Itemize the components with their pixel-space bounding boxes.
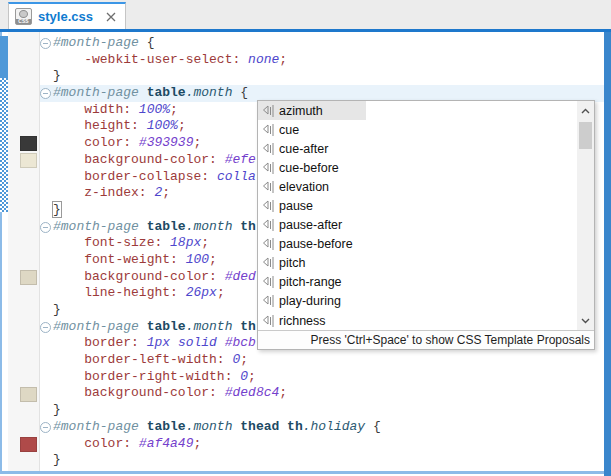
popup-scrollbar[interactable]: [577, 101, 594, 330]
proposal-item[interactable]: pitch: [258, 254, 594, 273]
range-indicator-solid: [0, 36, 8, 78]
code-token: [131, 436, 139, 451]
speaker-icon: [261, 104, 276, 118]
fold-collapse-icon[interactable]: [40, 88, 51, 99]
code-token: {: [240, 85, 248, 100]
proposal-item[interactable]: pitch-range: [258, 273, 594, 292]
code-token: [53, 152, 84, 167]
code-line[interactable]: }: [40, 452, 604, 469]
code-token: table: [147, 219, 186, 234]
code-token: [53, 285, 84, 300]
code-token: :: [209, 152, 217, 167]
code-token: ;: [248, 369, 256, 384]
scrollbar-thumb[interactable]: [579, 122, 592, 149]
tab-style-css[interactable]: CSS style.css: [8, 2, 126, 29]
code-token: ;: [209, 252, 217, 267]
proposal-label: pause-after: [279, 218, 342, 232]
code-token: ;: [193, 135, 201, 150]
close-icon[interactable]: [105, 11, 117, 23]
code-token: :: [170, 252, 178, 267]
code-token: [53, 269, 84, 284]
scroll-down-button[interactable]: [577, 313, 594, 328]
code-token: [53, 436, 84, 451]
scroll-up-button[interactable]: [577, 103, 594, 118]
code-line[interactable]: border-left-width: 0;: [40, 352, 604, 369]
code-token: border-right-width: [84, 369, 224, 384]
code-token: #month-page: [53, 319, 139, 334]
code-token: table: [147, 85, 186, 100]
code-token: #af4a49: [139, 436, 194, 451]
speaker-icon: [261, 199, 276, 213]
code-token: }: [53, 68, 61, 83]
proposal-item[interactable]: pause: [258, 196, 594, 215]
code-line[interactable]: }: [40, 402, 604, 419]
code-token: colla: [217, 169, 256, 184]
code-token: {: [147, 35, 155, 50]
code-token: [170, 335, 178, 350]
proposal-label: azimuth: [279, 104, 323, 118]
proposal-item[interactable]: play-during: [258, 292, 594, 311]
code-token: .month: [186, 85, 233, 100]
code-token: :: [201, 169, 209, 184]
proposal-item[interactable]: pause-after: [258, 216, 594, 235]
code-token: [53, 335, 84, 350]
code-line[interactable]: border-right-width: 0;: [40, 369, 604, 386]
code-token: [53, 135, 84, 150]
code-line[interactable]: #month-page {: [40, 35, 604, 52]
code-line[interactable]: }: [40, 68, 604, 85]
code-line[interactable]: color: #af4a49;: [40, 436, 604, 453]
window-right-accent: [604, 32, 611, 476]
proposal-item[interactable]: cue: [258, 120, 594, 139]
code-token: #ded: [225, 269, 256, 284]
code-token: background-color: [84, 385, 209, 400]
fold-collapse-icon[interactable]: [40, 38, 51, 49]
fold-collapse-icon[interactable]: [40, 322, 51, 333]
proposal-item[interactable]: elevation: [258, 177, 594, 196]
popup-statusbar: Press 'Ctrl+Space' to show CSS Template …: [258, 330, 594, 349]
proposal-label: play-during: [279, 294, 341, 308]
proposal-label: cue: [279, 123, 299, 137]
code-line[interactable]: #month-page table.month thead th.holiday…: [40, 419, 604, 436]
code-token: ;: [170, 102, 178, 117]
proposal-item[interactable]: cue-before: [258, 158, 594, 177]
code-token: [139, 118, 147, 133]
code-token: [365, 419, 373, 434]
code-line[interactable]: background-color: #ded8c4;: [40, 385, 604, 402]
code-token: [279, 419, 287, 434]
code-token: :: [217, 352, 225, 367]
code-token: [209, 169, 217, 184]
code-token: #month-page: [53, 35, 139, 50]
proposal-item[interactable]: richness: [258, 311, 594, 330]
code-token: solid: [178, 335, 217, 350]
code-token: 0: [240, 369, 248, 384]
code-line[interactable]: -webkit-user-select: none;: [40, 52, 604, 69]
code-token: .month: [186, 419, 233, 434]
tab-bar: CSS style.css: [0, 0, 611, 32]
speaker-icon: [261, 218, 276, 232]
code-token: [217, 152, 225, 167]
code-token: [53, 252, 84, 267]
proposal-label: elevation: [279, 180, 329, 194]
fold-collapse-icon[interactable]: [40, 222, 51, 233]
code-token: [178, 252, 186, 267]
code-token: [139, 419, 147, 434]
code-token: width: [84, 102, 123, 117]
code-token: height: [84, 118, 131, 133]
code-token: 100%: [139, 102, 170, 117]
code-token: table: [147, 319, 186, 334]
fold-collapse-icon[interactable]: [40, 422, 51, 433]
code-token: background-color: [84, 152, 209, 167]
code-token: none: [248, 52, 279, 67]
code-token: #month-page: [53, 219, 139, 234]
proposal-item[interactable]: azimuth: [258, 101, 594, 120]
css-file-icon: CSS: [15, 8, 32, 25]
proposal-item[interactable]: cue-after: [258, 139, 594, 158]
code-token: [139, 85, 147, 100]
code-token: #ded8c4: [225, 385, 280, 400]
code-token: thead: [240, 419, 279, 434]
proposal-item[interactable]: pause-before: [258, 235, 594, 254]
code-token: border-collapse: [84, 169, 201, 184]
code-token: ;: [279, 385, 287, 400]
code-token: [131, 102, 139, 117]
css-file-icon-dot: [19, 10, 28, 18]
